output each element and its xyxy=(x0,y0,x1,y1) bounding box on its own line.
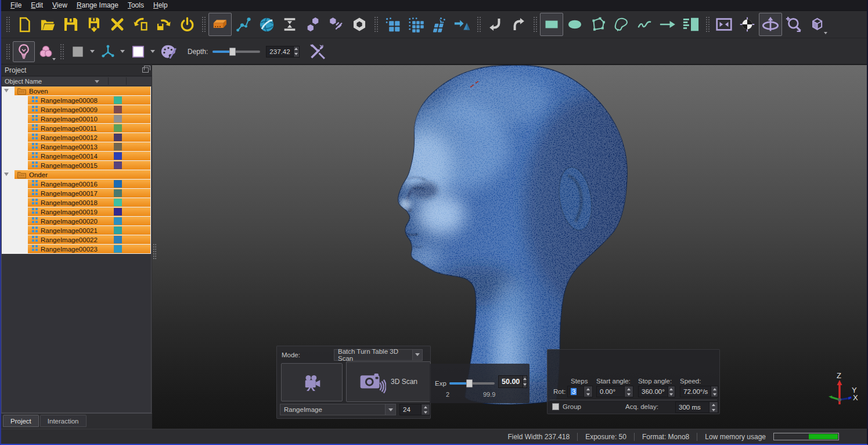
power-exit-button[interactable] xyxy=(175,13,199,36)
redo-arrow-button[interactable] xyxy=(507,13,530,36)
start-angle-spinbox[interactable]: 0.00° xyxy=(596,386,633,397)
speed-spinbox[interactable]: 72.00°/s xyxy=(680,386,718,397)
color-swatch[interactable] xyxy=(114,227,122,234)
select-lasso-button[interactable] xyxy=(610,13,633,36)
toolbar-drag-handle[interactable] xyxy=(60,44,64,60)
settings-tools-button[interactable] xyxy=(307,41,329,62)
new-document-button[interactable] xyxy=(13,13,36,36)
spinner-buttons[interactable] xyxy=(523,376,527,387)
redo-save-button[interactable] xyxy=(152,13,175,36)
palette-button[interactable] xyxy=(157,41,179,62)
tree-item-row[interactable]: RangeImage00022 xyxy=(2,235,151,245)
tree-item-row[interactable]: RangeImage00013 xyxy=(2,142,151,152)
trackball-button[interactable] xyxy=(736,13,759,36)
expander-icon[interactable] xyxy=(4,89,9,92)
steps-spinbox[interactable]: 3 xyxy=(567,386,593,397)
dropdown-caret[interactable] xyxy=(150,50,155,53)
depth-slider[interactable] xyxy=(213,51,260,53)
tree-item-row[interactable]: RangeImage00010 xyxy=(2,114,151,124)
fit-view-button[interactable] xyxy=(712,13,736,36)
dropdown-caret[interactable] xyxy=(90,50,95,53)
undo-button[interactable] xyxy=(129,13,152,36)
color-swatch[interactable] xyxy=(114,115,122,123)
color-swatch[interactable] xyxy=(114,134,122,141)
exposure-slider-handle[interactable] xyxy=(466,379,473,387)
orbit-rotate-button[interactable] xyxy=(759,13,782,36)
color-swatch[interactable] xyxy=(114,143,122,150)
toolbar-drag-handle[interactable] xyxy=(705,16,709,33)
toolbar-drag-handle[interactable] xyxy=(201,16,206,33)
globe-registration-button[interactable] xyxy=(255,13,278,36)
tree-item-row[interactable]: RangeImage00014 xyxy=(2,152,151,161)
undo-arrow-button[interactable] xyxy=(484,13,507,36)
tree-item-row[interactable]: RangeImage00011 xyxy=(2,124,151,133)
tab-interaction[interactable]: Interaction xyxy=(40,415,87,427)
float-panel-icon[interactable] xyxy=(142,67,149,73)
hexagon-pair-button[interactable] xyxy=(301,13,325,36)
scanner-device-button[interactable] xyxy=(208,13,232,36)
tree-item-row[interactable]: RangeImage00008 xyxy=(2,96,151,105)
exposure-slider[interactable] xyxy=(449,382,495,385)
light-toggle-button[interactable] xyxy=(13,41,35,62)
range-type-select[interactable]: RangeImage xyxy=(280,404,396,415)
spinner-buttons[interactable] xyxy=(293,46,300,57)
select-polygon-button[interactable] xyxy=(586,13,610,36)
group-checkbox[interactable] xyxy=(552,403,559,410)
menu-file[interactable]: File xyxy=(6,1,26,10)
arrow-pyramid-button[interactable] xyxy=(451,13,474,36)
save-as-button[interactable] xyxy=(82,13,106,36)
spinner-buttons[interactable] xyxy=(624,386,633,397)
color-swatch[interactable] xyxy=(114,106,122,113)
color-swatch[interactable] xyxy=(114,124,122,132)
solid-color-button[interactable] xyxy=(67,41,89,62)
color-swatch[interactable] xyxy=(114,96,122,104)
tree-item-row[interactable]: RangeImage00023 xyxy=(2,245,151,254)
toolbar-drag-handle[interactable] xyxy=(477,16,481,33)
color-swatch[interactable] xyxy=(114,199,122,206)
spinner-buttons[interactable] xyxy=(668,386,675,397)
menu-edit[interactable]: Edit xyxy=(26,1,48,10)
tree-item-row[interactable]: RangeImage00019 xyxy=(2,207,151,217)
grid-multi-button[interactable] xyxy=(404,13,427,36)
normals-axes-button[interactable] xyxy=(97,41,119,62)
select-rectangle-button[interactable] xyxy=(540,13,563,36)
shading-mode-button[interactable] xyxy=(35,41,57,62)
toolbar-drag-handle[interactable] xyxy=(6,44,10,60)
3d-scan-button[interactable]: 3D Scan xyxy=(346,361,431,402)
color-swatch[interactable] xyxy=(114,245,122,253)
color-swatch[interactable] xyxy=(114,152,122,160)
toolbar-drag-handle[interactable] xyxy=(6,16,10,33)
select-freehand-button[interactable] xyxy=(633,13,656,36)
tree-item-row[interactable]: RangeImage00015 xyxy=(2,161,151,170)
expander-icon[interactable] xyxy=(4,173,9,176)
spinner-buttons[interactable] xyxy=(709,402,718,412)
tree-item-row[interactable]: RangeImage00012 xyxy=(2,133,151,142)
menu-tools[interactable]: Tools xyxy=(123,1,149,10)
tree-group-row[interactable]: Onder xyxy=(2,170,151,180)
point-chain-button[interactable] xyxy=(232,13,255,36)
menu-range-image[interactable]: Range Image xyxy=(72,1,123,10)
video-preview-button[interactable] xyxy=(281,363,343,401)
object-name-column-header[interactable]: Object Name xyxy=(1,76,152,86)
range-count-spinbox[interactable]: 24 xyxy=(399,404,430,415)
menu-view[interactable]: View xyxy=(48,1,72,10)
layers-panel-button[interactable] xyxy=(679,13,703,36)
grid-align-button[interactable] xyxy=(381,13,404,36)
tree-item-row[interactable]: RangeImage00016 xyxy=(2,180,151,189)
tree-item-row[interactable]: RangeImage00017 xyxy=(2,189,151,198)
acq-delay-spinbox[interactable]: 300 ms xyxy=(675,401,718,413)
grid-skew-button[interactable] xyxy=(427,13,451,36)
cube-view-button[interactable] xyxy=(805,13,829,36)
color-swatch[interactable] xyxy=(114,208,122,216)
nut-button[interactable] xyxy=(348,13,371,36)
spinner-buttons[interactable] xyxy=(711,386,718,397)
exposure-value-spinbox[interactable]: 50.00 xyxy=(498,375,527,388)
background-color-button[interactable] xyxy=(127,41,149,62)
spinner-buttons[interactable] xyxy=(584,386,592,397)
tree-item-row[interactable]: RangeImage00009 xyxy=(2,105,151,114)
color-swatch[interactable] xyxy=(114,236,122,243)
stop-angle-spinbox[interactable]: 360.00° xyxy=(638,386,675,397)
menu-help[interactable]: Help xyxy=(149,1,172,10)
mode-select[interactable]: Batch Turn Table 3D Scan xyxy=(334,349,423,361)
color-swatch[interactable] xyxy=(114,180,122,188)
